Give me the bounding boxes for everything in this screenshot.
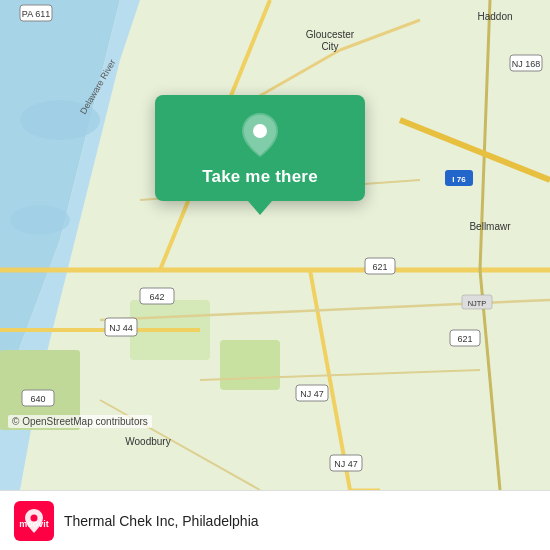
svg-text:621: 621 [457,334,472,344]
svg-text:Haddon: Haddon [477,11,512,22]
footer-title: Thermal Chek Inc, Philadelphia [64,513,259,529]
svg-text:NJTP: NJTP [468,299,487,308]
svg-text:642: 642 [149,292,164,302]
location-icon-wrapper [238,113,282,157]
svg-text:I 76: I 76 [452,175,466,184]
svg-text:640: 640 [30,394,45,404]
footer-bar: moovit Thermal Chek Inc, Philadelphia [0,490,550,550]
svg-rect-6 [220,340,280,390]
svg-text:Woodbury: Woodbury [125,436,170,447]
popup-label[interactable]: Take me there [202,167,318,187]
svg-text:621: 621 [372,262,387,272]
svg-text:NJ 168: NJ 168 [512,59,541,69]
svg-text:Bellmawr: Bellmawr [469,221,511,232]
svg-point-53 [31,514,38,521]
svg-point-4 [10,205,70,235]
map-container: Delaware River NJ 44 642 621 621 I 76 NJ… [0,0,550,490]
svg-text:NJ 44: NJ 44 [109,323,133,333]
svg-point-50 [253,124,267,138]
moovit-logo: moovit [14,501,54,541]
svg-text:City: City [321,41,338,52]
svg-text:NJ 47: NJ 47 [300,389,324,399]
svg-text:NJ 47: NJ 47 [334,459,358,469]
svg-text:Gloucester: Gloucester [306,29,355,40]
svg-text:PA 611: PA 611 [22,9,50,19]
location-pin-icon [242,113,278,157]
popup-card[interactable]: Take me there [155,95,365,201]
copyright-notice: © OpenStreetMap contributors [8,415,152,428]
